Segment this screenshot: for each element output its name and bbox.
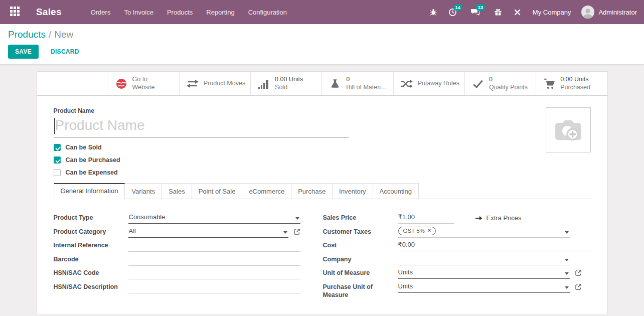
chevron-down-icon[interactable]: [565, 231, 569, 234]
cost-row: Cost ₹0.00: [323, 240, 592, 254]
barcode-field: [128, 254, 300, 266]
external-link-icon[interactable]: [575, 283, 582, 292]
sales-price-row: Sales Price ₹1.00 Extra Prices: [323, 213, 592, 227]
product-category-select[interactable]: All: [128, 227, 288, 238]
barcode-row: Barcode: [54, 254, 300, 268]
product-category-row: Product Category All: [54, 227, 300, 241]
gift-icon[interactable]: [494, 8, 503, 17]
message-count-badge: 13: [476, 4, 485, 11]
uom-label: Unit of Measure: [323, 268, 398, 277]
stat-label: Product Moves: [204, 80, 245, 88]
activity-count-badge: 14: [453, 4, 462, 11]
stat-button-box: Go to Website Product Moves 0.00 UnitsSo…: [37, 72, 607, 96]
internal-reference-label: Internal Reference: [54, 240, 128, 249]
sales-price-field[interactable]: ₹1.00: [398, 213, 454, 224]
can-be-sold-checkbox[interactable]: [54, 144, 61, 151]
menu-products[interactable]: Products: [167, 9, 193, 16]
check-icon: [471, 78, 485, 89]
product-form-sheet: Go to Website Product Moves 0.00 UnitsSo…: [37, 71, 608, 314]
company-row: Company: [323, 254, 592, 268]
app-name[interactable]: Sales: [36, 7, 62, 18]
company-select[interactable]: [398, 254, 570, 265]
breadcrumb-products-link[interactable]: Products: [8, 29, 46, 40]
product-name-input[interactable]: [54, 117, 349, 133]
tax-tag: GST 5% ×: [398, 227, 436, 235]
product-type-label: Product Type: [54, 213, 128, 222]
chevron-down-icon[interactable]: [565, 272, 569, 275]
company-switcher[interactable]: My Company: [533, 9, 571, 16]
chevron-down-icon[interactable]: [295, 217, 299, 220]
stat-label: Quality Points: [489, 84, 528, 92]
tab-general-information[interactable]: General Information: [54, 183, 125, 199]
can-be-sold-row[interactable]: Can be Sold: [54, 144, 591, 151]
stat-label: Bill of Materi…: [346, 84, 387, 92]
go-to-website-button[interactable]: Go to Website: [108, 72, 179, 95]
external-link-icon[interactable]: [575, 269, 582, 278]
putaway-rules-button[interactable]: Putaway Rules: [393, 72, 464, 95]
tab-variants[interactable]: Variants: [124, 183, 162, 199]
text-cursor: [54, 118, 55, 134]
exchange-arrows-icon: [186, 78, 199, 89]
product-name-label: Product Name: [54, 107, 349, 114]
bill-of-materials-button[interactable]: 0Bill of Materi…: [321, 72, 393, 95]
units-purchased-button[interactable]: 0.00 UnitsPurchased: [536, 72, 607, 95]
cost-field[interactable]: ₹0.00: [398, 240, 592, 251]
uom-row: Unit of Measure Units: [323, 268, 592, 282]
activities-clock-icon[interactable]: 14: [448, 8, 457, 17]
can-be-expensed-row[interactable]: Can be Expensed: [54, 169, 591, 176]
remove-tax-icon[interactable]: ×: [428, 228, 431, 233]
control-panel: Products/New SAVE DISCARD: [0, 24, 644, 65]
product-moves-button[interactable]: Product Moves: [179, 72, 250, 95]
customer-taxes-label: Customer Taxes: [323, 227, 398, 236]
chevron-down-icon[interactable]: [283, 231, 287, 234]
cost-label: Cost: [323, 240, 398, 249]
can-be-purchased-row[interactable]: Can be Purchased: [54, 156, 591, 164]
hsn-description-input[interactable]: [129, 282, 300, 291]
tab-accounting[interactable]: Accounting: [373, 183, 419, 199]
chevron-down-icon[interactable]: [565, 286, 569, 289]
stat-label: Putaway Rules: [418, 80, 459, 88]
tab-inventory[interactable]: Inventory: [332, 183, 373, 199]
product-image-upload[interactable]: [546, 107, 591, 152]
hsn-code-input[interactable]: [129, 268, 300, 277]
internal-reference-input[interactable]: [129, 241, 300, 249]
can-be-expensed-checkbox[interactable]: [54, 169, 61, 176]
stat-label: Purchased: [560, 84, 590, 92]
barcode-label: Barcode: [54, 254, 128, 263]
can-be-purchased-checkbox[interactable]: [54, 156, 61, 164]
save-button[interactable]: SAVE: [8, 45, 39, 59]
tab-point-of-sale[interactable]: Point of Sale: [192, 183, 243, 199]
menu-to-invoice[interactable]: To Invoice: [124, 9, 153, 16]
menu-reporting[interactable]: Reporting: [206, 9, 234, 16]
barcode-input[interactable]: [129, 255, 300, 263]
quality-points-button[interactable]: 0Quality Points: [464, 72, 536, 95]
product-type-row: Product Type Consumable: [54, 213, 300, 227]
camera-plus-icon: [553, 117, 584, 143]
menu-orders[interactable]: Orders: [91, 9, 111, 16]
can-be-expensed-label: Can be Expensed: [66, 169, 118, 176]
bug-icon[interactable]: [429, 8, 438, 17]
menu-configuration[interactable]: Configuration: [248, 9, 287, 16]
tab-purchase[interactable]: Purchase: [291, 183, 333, 199]
messages-icon[interactable]: 13: [471, 8, 480, 17]
chevron-down-icon[interactable]: [565, 259, 569, 261]
units-sold-button[interactable]: 0.00 UnitsSold: [250, 72, 321, 95]
user-menu[interactable]: Administrator: [581, 6, 637, 19]
purchase-uom-select[interactable]: Units: [398, 282, 570, 293]
tools-icon[interactable]: [513, 8, 522, 17]
extra-prices-link[interactable]: Extra Prices: [475, 214, 522, 222]
uom-select[interactable]: Units: [398, 268, 570, 279]
bar-chart-icon: [257, 78, 270, 90]
apps-grid-icon[interactable]: [10, 7, 21, 18]
discard-button[interactable]: DISCARD: [46, 45, 84, 59]
hsn-description-label: HSN/SAC Description: [54, 282, 128, 291]
breadcrumb: Products/New: [8, 29, 636, 40]
tab-sales[interactable]: Sales: [162, 183, 192, 199]
stat-label: Sold: [275, 84, 303, 92]
tab-ecommerce[interactable]: eCommerce: [242, 183, 291, 199]
product-type-select[interactable]: Consumable: [128, 213, 300, 224]
customer-taxes-field[interactable]: GST 5% ×: [398, 227, 570, 238]
external-link-icon[interactable]: [293, 228, 300, 237]
company-label: Company: [323, 254, 398, 263]
main-menu: Orders To Invoice Products Reporting Con…: [91, 9, 287, 16]
